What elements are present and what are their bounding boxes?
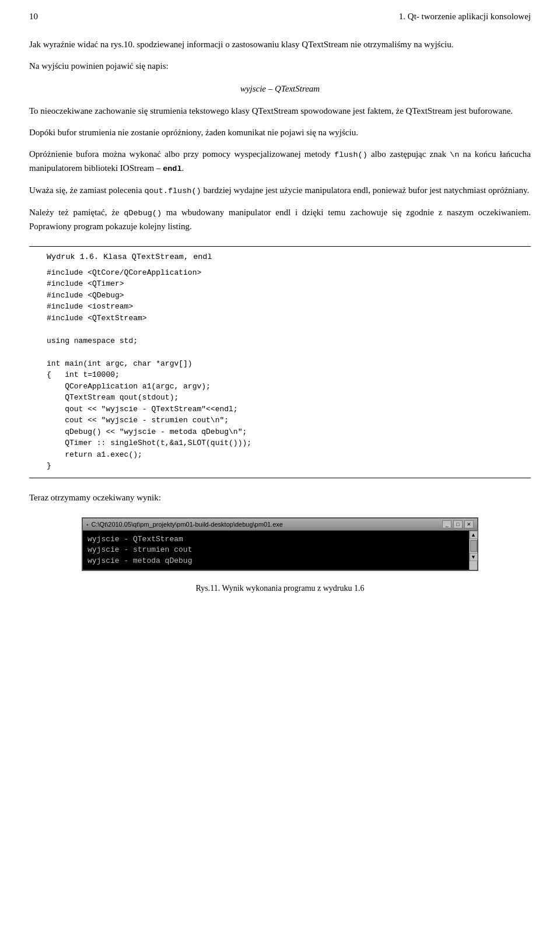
- paragraph-3: To nieoczekiwane zachowanie się strumien…: [29, 104, 531, 118]
- minimize-button[interactable]: _: [442, 520, 452, 528]
- paragraph-5: Opróżnienie bufora można wykonać albo pr…: [29, 148, 531, 176]
- paragraph-4: Dopóki bufor strumienia nie zostanie opr…: [29, 126, 531, 139]
- scrollbar-thumb[interactable]: [470, 540, 477, 552]
- terminal-line-3: wyjscie - metoda qDebug: [88, 556, 464, 566]
- paragraph-7: Należy też pamiętać, że qDebug() ma wbud…: [29, 206, 531, 233]
- paragraph-6: Uważa się, że zamiast polecenia qout.flu…: [29, 184, 531, 198]
- terminal-window: ▪ C:\Qt\2010.05\qt\pm_projekty\pm01-buil…: [82, 517, 478, 571]
- page-number: 10: [29, 12, 38, 22]
- terminal-scroll-area: wyjscie - QTextStream wyjscie - strumien…: [83, 531, 477, 570]
- page-header: 10 1. Qt- tworzenie aplikacji konsolowej: [29, 12, 531, 22]
- code-listing: Wydruk 1.6. Klasa QTextStream, endl #inc…: [29, 246, 531, 478]
- terminal-scrollbar[interactable]: ▲ ▼: [469, 531, 477, 570]
- bottom-paragraph: Teraz otrzymamy oczekiwany wynik:: [29, 491, 531, 504]
- paragraph-2: Na wyjściu powinien pojawić się napis:: [29, 59, 531, 73]
- paragraph-1: Jak wyraźnie widać na rys.10. spodziewan…: [29, 38, 531, 51]
- close-button[interactable]: ✕: [464, 520, 474, 528]
- code-block: #include <QtCore/QCoreApplication> #incl…: [29, 267, 531, 472]
- centered-text: wyjscie – QTextStream: [29, 84, 531, 94]
- terminal-titlebar-text: C:\Qt\2010.05\qt\pm_projekty\pm01-build-…: [92, 521, 442, 528]
- terminal-line-1: wyjscie - QTextStream: [88, 534, 464, 545]
- terminal-titlebar: ▪ C:\Qt\2010.05\qt\pm_projekty\pm01-buil…: [83, 518, 477, 531]
- terminal-line-2: wyjscie - strumien cout: [88, 545, 464, 555]
- figure-caption: Rys.11. Wynik wykonania programu z wydru…: [29, 584, 531, 593]
- chapter-title: 1. Qt- tworzenie aplikacji konsolowej: [399, 12, 531, 22]
- scrollbar-down-button[interactable]: ▼: [470, 553, 478, 561]
- listing-title: Wydruk 1.6. Klasa QTextStream, endl: [29, 253, 531, 261]
- terminal-body: wyjscie - QTextStream wyjscie - strumien…: [83, 531, 469, 570]
- terminal-icon: ▪: [86, 521, 89, 528]
- terminal-titlebar-buttons: _ □ ✕: [442, 520, 474, 528]
- scrollbar-up-button[interactable]: ▲: [470, 531, 478, 539]
- maximize-button[interactable]: □: [453, 520, 463, 528]
